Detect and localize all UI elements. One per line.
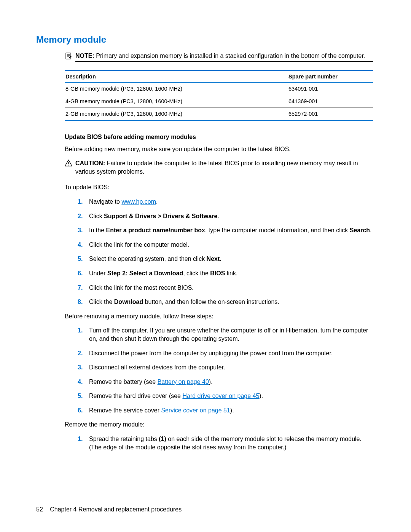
- page-footer: 52 Chapter 4 Removal and replacement pro…: [36, 506, 182, 513]
- list-item: In the Enter a product name/number box, …: [78, 226, 373, 235]
- list-item: Turn off the computer. If you are unsure…: [78, 326, 373, 343]
- caution-text: Failure to update the computer to the la…: [75, 160, 358, 175]
- page-number: 52: [36, 506, 43, 513]
- list-item: Under Step 2: Select a Download, click t…: [78, 269, 373, 278]
- list-item: Remove the service cover Service cover o…: [78, 406, 373, 415]
- list-item: Select the operating system, and then cl…: [78, 255, 373, 263]
- battery-link[interactable]: Battery on page 40: [158, 379, 209, 385]
- before-remove-label: Before removing a memory module, follow …: [65, 312, 373, 321]
- hard-drive-cover-link[interactable]: Hard drive cover on page 45: [182, 393, 259, 399]
- note-icon: [65, 52, 73, 60]
- intro-paragraph: Before adding new memory, make sure you …: [65, 145, 373, 153]
- section-heading: Memory module: [36, 34, 375, 45]
- chapter-label: Chapter 4 Removal and replacement proced…: [50, 506, 182, 513]
- table-row: 8-GB memory module (PC3, 12800, 1600-MHz…: [65, 82, 373, 95]
- caution-label: CAUTION:: [75, 160, 105, 166]
- list-item: Spread the retaining tabs (1) on each si…: [78, 435, 373, 451]
- sub-heading: Update BIOS before adding memory modules: [65, 134, 373, 141]
- list-item: Disconnect the power from the computer b…: [78, 349, 373, 358]
- list-item: Click the link for the most recent BIOS.: [78, 284, 373, 292]
- list-item: Disconnect all external devices from the…: [78, 363, 373, 372]
- cell-spn: 641369-001: [288, 95, 373, 107]
- col-spare-part: Spare part number: [288, 70, 373, 83]
- list-item: Click Support & Drivers > Drivers & Soft…: [78, 212, 373, 220]
- to-update-label: To update BIOS:: [65, 183, 373, 192]
- parts-table: Description Spare part number 8-GB memor…: [65, 70, 373, 121]
- mm-steps: Spread the retaining tabs (1) on each si…: [78, 435, 373, 451]
- note-label: NOTE:: [75, 53, 94, 59]
- service-cover-link[interactable]: Service cover on page 51: [161, 407, 230, 414]
- col-description: Description: [65, 70, 288, 83]
- bios-steps: Navigate to www.hp.com. Click Support & …: [78, 198, 373, 306]
- caution-icon: [65, 160, 73, 166]
- cell-spn: 634091-001: [288, 82, 373, 95]
- cell-spn: 652972-001: [288, 107, 373, 120]
- cell-desc: 4-GB memory module (PC3, 12800, 1600-MHz…: [65, 95, 288, 107]
- list-item: Navigate to www.hp.com.: [78, 198, 373, 206]
- list-item: Click the Download button, and then foll…: [78, 298, 373, 306]
- remove-steps: Turn off the computer. If you are unsure…: [78, 326, 373, 414]
- svg-point-5: [68, 165, 69, 166]
- hp-link[interactable]: www.hp.com: [121, 198, 156, 205]
- note-block: NOTE: Primary and expansion memory is in…: [65, 52, 373, 62]
- table-row: 4-GB memory module (PC3, 12800, 1600-MHz…: [65, 95, 373, 107]
- note-text: Primary and expansion memory is installe…: [96, 53, 365, 59]
- list-item: Remove the battery (see Battery on page …: [78, 378, 373, 386]
- table-row: 2-GB memory module (PC3, 12800, 1600-MHz…: [65, 107, 373, 120]
- remove-mm-label: Remove the memory module:: [65, 420, 373, 429]
- cell-desc: 8-GB memory module (PC3, 12800, 1600-MHz…: [65, 82, 288, 95]
- list-item: Click the link for the computer model.: [78, 241, 373, 249]
- cell-desc: 2-GB memory module (PC3, 12800, 1600-MHz…: [65, 107, 288, 120]
- svg-rect-0: [66, 53, 71, 59]
- list-item: Remove the hard drive cover (see Hard dr…: [78, 392, 373, 400]
- caution-block: CAUTION: Failure to update the computer …: [65, 159, 373, 177]
